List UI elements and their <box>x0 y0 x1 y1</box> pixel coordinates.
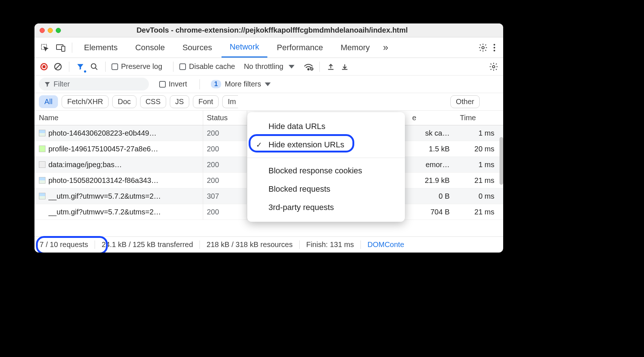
search-icon[interactable] <box>89 62 99 72</box>
request-name: photo-1505820013142-f86a343… <box>48 176 158 185</box>
tab-console[interactable]: Console <box>127 37 173 58</box>
dropdown-separator <box>247 158 405 158</box>
request-status: 200 <box>203 125 247 141</box>
titlebar: DevTools - chrome-extension://pejkokffka… <box>34 23 503 37</box>
svg-point-11 <box>308 69 309 70</box>
dd-hide-extension-urls[interactable]: ✓ Hide extension URLs <box>247 136 405 154</box>
invert-label: Invert <box>169 80 187 88</box>
chip-all[interactable]: All <box>39 95 58 108</box>
scrollbar[interactable] <box>500 137 503 185</box>
request-size: 1.5 kB <box>409 141 456 157</box>
maximize-window-icon[interactable] <box>56 28 61 33</box>
request-status: 307 <box>203 188 247 204</box>
upload-har-icon[interactable] <box>326 62 336 72</box>
close-window-icon[interactable] <box>40 28 45 33</box>
dd-blocked-requests[interactable]: Blocked requests <box>247 180 405 198</box>
divider <box>72 43 72 53</box>
network-settings-gear-icon[interactable] <box>489 62 499 72</box>
gear-icon[interactable] <box>478 43 488 52</box>
tab-sources[interactable]: Sources <box>174 37 220 58</box>
more-filters-button[interactable]: 1 More filters <box>211 80 271 88</box>
request-status: 200 <box>203 204 247 220</box>
request-name: __utm.gif?utmwv=5.7.2&utms=2… <box>48 192 161 200</box>
chip-img-partial[interactable]: Im <box>222 95 238 108</box>
preserve-log-label: Preserve log <box>121 62 162 71</box>
request-time: 1 ms <box>456 157 503 172</box>
inspect-icon[interactable] <box>37 43 52 52</box>
tabs-overflow[interactable]: » <box>379 37 392 58</box>
file-typeon <box>39 146 45 152</box>
col-name-header[interactable]: Name <box>34 111 203 125</box>
clear-button[interactable] <box>53 62 63 72</box>
request-size: sk ca… <box>409 125 456 141</box>
window-title: DevTools - chrome-extension://pejkokffka… <box>67 26 498 34</box>
svg-point-6 <box>494 49 495 51</box>
chip-other[interactable]: Other <box>450 95 480 108</box>
file-typeon <box>39 177 45 184</box>
chip-js[interactable]: JS <box>170 95 189 108</box>
divider <box>319 62 320 72</box>
divider <box>105 62 106 72</box>
svg-line-8 <box>55 64 61 69</box>
more-filters-dropdown: Hide data URLs ✓ Hide extension URLs Blo… <box>247 112 405 222</box>
dd-hide-data-urls[interactable]: Hide data URLs <box>247 117 405 136</box>
dd-label: Hide extension URLs <box>268 140 344 150</box>
col-time-header[interactable]: Time <box>456 111 503 125</box>
chevron-down-icon <box>289 65 294 69</box>
request-name: profile-1496175100457-27a8e6… <box>48 145 158 153</box>
more-filters-badge: 1 <box>211 80 221 88</box>
checkbox-icon <box>179 63 186 70</box>
chip-doc[interactable]: Doc <box>112 95 136 108</box>
disable-cache-checkbox[interactable]: Disable cache <box>179 62 235 71</box>
status-transferred: 24.1 kB / 125 kB transferred <box>95 240 200 249</box>
request-time: 21 ms <box>456 173 503 188</box>
filter-placeholder: Filter <box>54 80 70 88</box>
record-button[interactable] <box>39 62 49 72</box>
more-filters-label: More filters <box>225 80 261 88</box>
chevron-down-icon <box>265 82 271 86</box>
network-conditions-icon[interactable] <box>303 62 314 72</box>
devtools-window: DevTools - chrome-extension://pejkokffka… <box>34 23 503 253</box>
kebab-icon[interactable] <box>493 43 496 52</box>
dd-label: Blocked requests <box>268 184 330 194</box>
request-time: 21 ms <box>456 204 503 220</box>
svg-point-13 <box>493 65 495 68</box>
svg-rect-2 <box>62 46 65 51</box>
type-chips: All Fetch/XHR Doc CSS JS Font Im Other <box>34 93 503 111</box>
request-time: 1 ms <box>456 125 503 141</box>
request-status: 200 <box>203 141 247 157</box>
minimize-window-icon[interactable] <box>48 28 53 33</box>
dd-blocked-response-cookies[interactable]: Blocked response cookies <box>247 162 405 180</box>
dd-label: Hide data URLs <box>268 122 325 131</box>
traffic-lights <box>40 28 61 33</box>
filter-input[interactable]: Filter <box>39 78 149 91</box>
device-toggle-icon[interactable] <box>54 44 68 52</box>
throttling-select[interactable]: No throttling <box>244 62 294 71</box>
invert-checkbox[interactable]: Invert <box>159 80 187 88</box>
checkbox-icon <box>111 63 118 70</box>
dd-label: Blocked response cookies <box>268 166 362 176</box>
col-status-header[interactable]: Status <box>203 111 247 125</box>
dd-3rd-party-requests[interactable]: 3rd-party requests <box>247 198 405 217</box>
svg-point-12 <box>310 67 313 70</box>
request-size: 704 B <box>409 204 456 220</box>
svg-point-9 <box>91 63 96 68</box>
chip-fetch-xhr[interactable]: Fetch/XHR <box>62 95 109 108</box>
panel-tabs: Elements Console Sources Network Perform… <box>34 37 503 58</box>
col-size-header-partial[interactable]: e <box>409 111 456 125</box>
divider <box>173 62 173 72</box>
filter-toggle-icon[interactable] <box>75 62 85 72</box>
tab-elements[interactable]: Elements <box>76 37 126 58</box>
download-har-icon[interactable] <box>340 62 350 72</box>
tab-performance[interactable]: Performance <box>269 37 331 58</box>
request-time: 0 ms <box>456 188 503 204</box>
tab-memory[interactable]: Memory <box>333 37 378 58</box>
tab-network[interactable]: Network <box>222 37 267 58</box>
preserve-log-checkbox[interactable]: Preserve log <box>111 62 162 71</box>
file-typeon <box>39 130 45 136</box>
chip-css[interactable]: CSS <box>140 95 166 108</box>
request-size: 0 B <box>409 188 456 204</box>
request-size: 21.9 kB <box>409 173 456 188</box>
chip-font[interactable]: Font <box>193 95 219 108</box>
request-size: emor… <box>409 157 456 172</box>
